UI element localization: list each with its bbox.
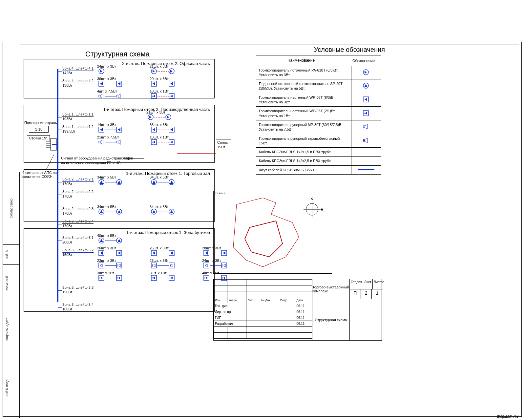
loop-label: 170Вт — [62, 182, 72, 186]
legend-symbol — [351, 79, 381, 93]
stage: П — [350, 289, 361, 299]
legend-table: Наименование Обозначение Громкоговорител… — [256, 55, 381, 175]
loop-label: 3шт. x 1Вт — [97, 271, 114, 275]
aps-label: 4 сигнала от АПС на включение СОУЭ — [22, 171, 58, 178]
horn-icon — [116, 139, 123, 146]
loop-label: 34шт. x 5Вт — [150, 175, 169, 179]
loop-label: Зона 3, шлейф 3.3 — [62, 285, 94, 290]
minimap-drawing: С В — [214, 191, 332, 273]
loop-label: 26шт. x 3Вт — [97, 246, 116, 250]
bus-trunk — [57, 69, 58, 302]
wall06-icon — [98, 81, 105, 87]
legend-symbol — [351, 66, 381, 79]
pendant-icon — [116, 238, 123, 244]
wall06-icon — [151, 81, 158, 87]
loop-label: 4шт. x 7,5Вт — [97, 89, 117, 93]
format-label: формат A3 — [497, 414, 518, 419]
pendant-icon — [151, 179, 158, 186]
guard-room-label: Помещение охраны — [24, 121, 58, 125]
loop-label: 170Вт — [62, 211, 72, 215]
radio-label-1: Сигнал от оборудования радиотрансляции — [61, 156, 133, 160]
loop-label: 10шт. x 1Вт — [150, 135, 169, 139]
loop-label: 34шт. x 5Вт — [97, 175, 116, 179]
horn-icon — [98, 93, 105, 100]
wall06-icon — [151, 127, 158, 133]
wall03-icon — [203, 275, 210, 282]
legend-item: Жгут кабелей КПСВВнг-LS 1x2x1,5 — [256, 166, 351, 174]
wall03b-icon — [203, 262, 210, 269]
loop-label: 34шт. x 5Вт — [97, 205, 116, 209]
ceiling-icon — [148, 114, 154, 121]
silo-label: Силос — [217, 140, 228, 144]
silo-power: 15Вт — [217, 145, 225, 149]
loop-label: 34шт. x 5Вт — [150, 205, 169, 209]
loop-label: 21шт. x 3Вт — [150, 64, 169, 68]
wall03b-icon — [98, 262, 105, 269]
svg-text:В: В — [321, 208, 323, 211]
svg-text:С: С — [311, 197, 313, 200]
doc-name: Структурная схема — [312, 299, 350, 341]
wall06-icon — [116, 127, 123, 133]
loop-label: 21шт. x 7,5Вт — [97, 135, 119, 139]
wall03-icon — [169, 93, 175, 100]
legend-title: Условные обозначения — [292, 46, 407, 53]
left-margin: Согласовано инб. N взам. инб. подпись и … — [3, 172, 20, 416]
diagram-title: Структурная схема — [85, 50, 150, 58]
pendant-icon — [169, 179, 175, 186]
minimap-label: СХЕМА — [215, 192, 226, 195]
pendant-icon — [98, 238, 105, 244]
legend-item: Громкоговоритель настенный WP-03T (2/1)В… — [256, 107, 351, 120]
legend-symbol — [351, 134, 381, 148]
loop-label: 3шт. x 1Вт — [150, 271, 167, 275]
wall03-icon — [169, 139, 175, 146]
wall03-icon — [116, 275, 123, 282]
wall06-icon — [169, 127, 175, 133]
loop-label: 40шт. x 5Вт — [97, 234, 116, 238]
sheet: 2 — [361, 289, 372, 299]
loop-label: Зона 3, шлейф 3.1 — [62, 236, 94, 240]
pendant-icon — [116, 179, 123, 186]
wall03b-icon — [116, 262, 123, 269]
loop-label: 36шт. x 3Вт — [97, 77, 116, 81]
loop-label: Зона 2, шлейф 2.3 — [62, 207, 94, 211]
title-block: Изм.Кол.уч.Лист№ Док.Подл.Дата Ген. дир.… — [213, 279, 382, 341]
pendant-icon — [151, 209, 158, 215]
loop-label: 200Вт — [62, 240, 72, 244]
ceiling-icon — [151, 68, 158, 75]
margin-label: Согласовано — [9, 199, 13, 218]
wall03-icon — [151, 93, 158, 100]
margin-label: подпись и дата — [5, 318, 9, 341]
ceiling-icon — [169, 68, 175, 75]
legend-item: Подвесной потолочный громкоговоритель SP… — [256, 79, 351, 93]
svg-marker-17 — [245, 221, 283, 257]
wall03b-icon — [151, 262, 158, 269]
horn-icon — [116, 93, 123, 100]
loop-label: 150Вт — [62, 290, 72, 294]
radio-label-2: на включение оповещения ГО и ЧС — [61, 161, 120, 165]
loop-label: 10шт. x 1Вт — [150, 89, 169, 93]
loop-label: 142Вт — [62, 71, 72, 75]
wall06-icon — [203, 250, 210, 257]
loop-label: Зона 4, шлейф 4.2 — [62, 79, 94, 83]
wall06-icon — [151, 250, 158, 257]
loop-label: Зона 4, шлейф 4.1 — [62, 66, 94, 71]
wall06-icon — [169, 250, 175, 257]
loop-label: 199,5Вт — [62, 129, 75, 133]
ceiling-icon — [98, 68, 105, 75]
loop-label: Зона 3, шлейф 3.4 — [62, 303, 94, 307]
legend-item: Громкоговоритель рупорный MP-30T (30/15/… — [256, 120, 351, 134]
loop-label: Зона 1, шлейф 1.2 — [62, 125, 94, 129]
loop-label: 26шт. x 3Вт — [150, 246, 169, 250]
legend-item: Громкоговоритель настенный WP-06T (6/3)В… — [256, 93, 351, 107]
wall03-icon — [151, 139, 158, 146]
legend-symbol — [351, 93, 381, 107]
wall03-icon — [169, 275, 175, 282]
loop-label: 23шт. x 3Вт — [97, 259, 116, 262]
loop-label: 24шт. x 3Вт — [97, 64, 116, 68]
svg-line-6 — [46, 154, 54, 170]
loop-label: Зона 3, шлейф 3.2 — [62, 248, 94, 253]
legend-item: Кабель КПСЭнг-FRLS 1x2x1,5 в ПВХ трубе — [256, 148, 351, 156]
pendant-icon — [116, 209, 123, 215]
legend-symbol — [351, 120, 381, 134]
guard-cells: 1-18 — [29, 126, 49, 133]
